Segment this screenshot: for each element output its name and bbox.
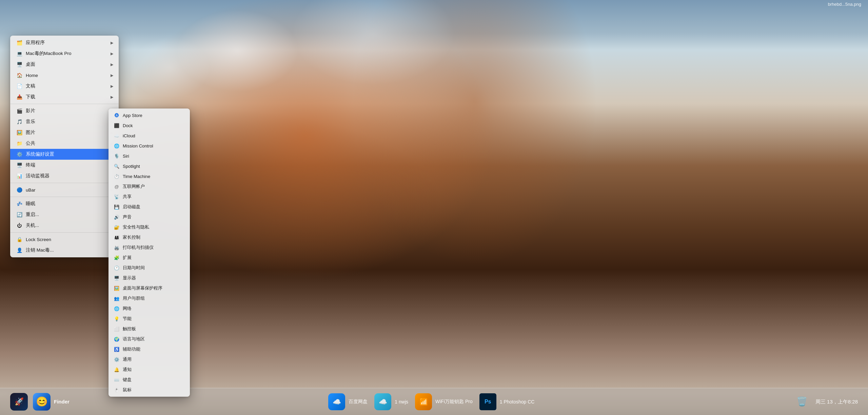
menu-item-public[interactable]: 📁 公共 ▶: [10, 138, 119, 149]
menu-item-macbook[interactable]: 💻 Mac毒的MacBook Pro ▶: [10, 48, 119, 59]
wifi-icon: 📶: [415, 393, 432, 410]
submenu-startupdisk[interactable]: 💾 启动磁盘: [108, 202, 190, 212]
menu-item-sleep[interactable]: 💤 睡眠: [10, 198, 119, 209]
dock-left-section: 🚀 😊 Finder: [10, 393, 70, 411]
menu-item-desktop[interactable]: 🖥️ 桌面 ▶: [10, 59, 119, 70]
menu-item-home[interactable]: 🏠 Home ▶: [10, 70, 119, 81]
arrow-icon: ▶: [111, 95, 113, 99]
submenu-accessibility[interactable]: ♿ 辅助功能: [108, 344, 190, 354]
movies-icon: 🎬: [16, 107, 23, 115]
menu-item-shutdown[interactable]: ⏻ 关机...: [10, 220, 119, 231]
submenu-keyboard[interactable]: ⌨️ 键盘: [108, 375, 190, 385]
submenu-notifications[interactable]: 🔔 通知: [108, 364, 190, 375]
trash-button[interactable]: 🗑️: [793, 393, 810, 410]
syspref-icon: ⚙️: [16, 151, 23, 158]
menu-item-logout[interactable]: 👤 注销 Mac毒...: [10, 245, 119, 256]
submenu-siri[interactable]: 🎙️ Siri: [108, 151, 190, 161]
submenu-trackpad[interactable]: ⬜ 触控板: [108, 324, 190, 334]
security-icon: 🔐: [113, 224, 120, 231]
mouse-icon: 🖱️: [113, 387, 120, 393]
usersgroups-icon: 👥: [113, 295, 120, 302]
general-icon: ⚙️: [113, 356, 120, 363]
dock-icon: ⬛: [113, 122, 120, 129]
submenu-energy[interactable]: 💡 节能: [108, 314, 190, 324]
documents-icon: 📄: [16, 82, 23, 90]
network-icon: 🌐: [113, 305, 120, 312]
terminal-icon: 🖥️: [16, 161, 23, 169]
launchpad-button[interactable]: 🚀: [10, 393, 28, 411]
menu-item-movies[interactable]: 🎬 影片 ▶: [10, 105, 119, 116]
printers-icon: 🖨️: [113, 244, 120, 251]
arrow-icon: ▶: [111, 73, 113, 78]
menu-item-music[interactable]: 🎵 音乐 ▶: [10, 116, 119, 127]
missioncontrol-icon: 🌐: [113, 142, 120, 149]
macbook-icon: 💻: [16, 50, 23, 57]
startupdisk-icon: 💾: [113, 203, 120, 210]
submenu-sound[interactable]: 🔊 声音: [108, 212, 190, 222]
menu-item-syspref[interactable]: ⚙️ 系统偏好设置 ▶: [10, 149, 119, 160]
music-icon: 🎵: [16, 118, 23, 125]
submenu-datetime[interactable]: 🕐 日期与时间: [108, 263, 190, 273]
dock-photoshop-app[interactable]: Ps 1 Photoshop CC: [479, 393, 535, 410]
submenu-appstore[interactable]: 🅐 App Store: [108, 110, 190, 120]
apple-menu-popup: 🗂️ 应用程序 ▶ 💻 Mac毒的MacBook Pro ▶ 🖥️ 桌面 ▶ 🏠…: [10, 36, 119, 257]
displays-icon: 🖥️: [113, 275, 120, 281]
sound-icon: 🔊: [113, 214, 120, 220]
arrow-icon: ▶: [111, 41, 113, 45]
submenu-general[interactable]: ⚙️ 通用: [108, 354, 190, 364]
menu-item-terminal[interactable]: 🖥️ 终端: [10, 160, 119, 171]
public-icon: 📁: [16, 140, 23, 147]
separator-2: [10, 183, 119, 183]
menu-item-activity[interactable]: 📊 活动监视器: [10, 171, 119, 181]
menu-item-restart[interactable]: 🔄 重启...: [10, 209, 119, 220]
menu-item-ubar[interactable]: 🔵 uBar ▶: [10, 184, 119, 195]
applications-icon: 🗂️: [16, 39, 23, 46]
syspref-submenu: 🅐 App Store ⬛ Dock ☁️ iCloud 🌐 Mission C…: [108, 108, 190, 397]
submenu-internetaccounts[interactable]: @ 互联网帐户: [108, 181, 190, 192]
menu-item-lockscreen[interactable]: 🔒 Lock Screen: [10, 234, 119, 245]
submenu-timemachine[interactable]: ⏱️ Time Machine: [108, 171, 190, 181]
baidu-icon: ☁️: [328, 393, 345, 410]
submenu-icloud[interactable]: ☁️ iCloud: [108, 131, 190, 141]
submenu-mouse[interactable]: 🖱️ 鼠标: [108, 385, 190, 395]
dock-nwjs-app[interactable]: ☁️ 1 nwjs: [374, 393, 408, 410]
submenu-spotlight[interactable]: 🔍 Spotlight: [108, 161, 190, 171]
arrow-icon: ▶: [111, 62, 113, 67]
dock-wifi-app[interactable]: 📶 WiFi万能钥匙 Pro: [415, 393, 473, 410]
menu-item-pictures[interactable]: 🖼️ 图片 ▶: [10, 127, 119, 138]
separator-4: [10, 232, 119, 233]
home-icon: 🏠: [16, 72, 23, 79]
sleep-icon: 💤: [16, 200, 23, 208]
clock-display: 周三 13，上午8:28: [815, 398, 858, 405]
finder-button[interactable]: 😊 Finder: [33, 393, 70, 411]
menu-item-documents[interactable]: 📄 文稿 ▶: [10, 81, 119, 92]
baidu-label: 百度网盘: [349, 399, 368, 405]
logout-icon: 👤: [16, 246, 23, 254]
energy-icon: 💡: [113, 315, 120, 322]
submenu-security[interactable]: 🔐 安全性与隐私: [108, 222, 190, 232]
submenu-network[interactable]: 🌐 网络: [108, 303, 190, 314]
submenu-displays[interactable]: 🖥️ 显示器: [108, 273, 190, 283]
menu-item-downloads[interactable]: 📥 下载 ▶: [10, 92, 119, 102]
arrow-icon: ▶: [111, 84, 113, 88]
submenu-usersgroups[interactable]: 👥 用户与群组: [108, 293, 190, 303]
submenu-extensions[interactable]: 🧩 扩展: [108, 253, 190, 263]
datetime-icon: 🕐: [113, 264, 120, 271]
submenu-sharing[interactable]: 📡 共享: [108, 192, 190, 202]
desktop: brhebd...5na.png 🗂️ 应用程序 ▶ 💻 Mac毒的MacBoo…: [0, 0, 868, 415]
photoshop-icon: Ps: [479, 393, 496, 410]
lockscreen-icon: 🔒: [16, 236, 23, 243]
keyboard-icon: ⌨️: [113, 376, 120, 383]
menu-item-applications[interactable]: 🗂️ 应用程序 ▶: [10, 37, 119, 48]
submenu-parental[interactable]: 👨‍👩‍👧 家长控制: [108, 232, 190, 242]
submenu-missioncontrol[interactable]: 🌐 Mission Control: [108, 141, 190, 151]
arrow-icon: ▶: [111, 52, 113, 56]
finder-label: Finder: [54, 399, 70, 404]
filename-label: brhebd...5na.png: [828, 2, 861, 7]
submenu-printers[interactable]: 🖨️ 打印机与扫描仪: [108, 242, 190, 253]
siri-icon: 🎙️: [113, 153, 120, 159]
dock-baidu-app[interactable]: ☁️ 百度网盘: [328, 393, 368, 410]
submenu-desktopscreen[interactable]: 🖼️ 桌面与屏幕保护程序: [108, 283, 190, 293]
submenu-dock[interactable]: ⬛ Dock: [108, 120, 190, 131]
submenu-language[interactable]: 🌍 语言与地区: [108, 334, 190, 344]
